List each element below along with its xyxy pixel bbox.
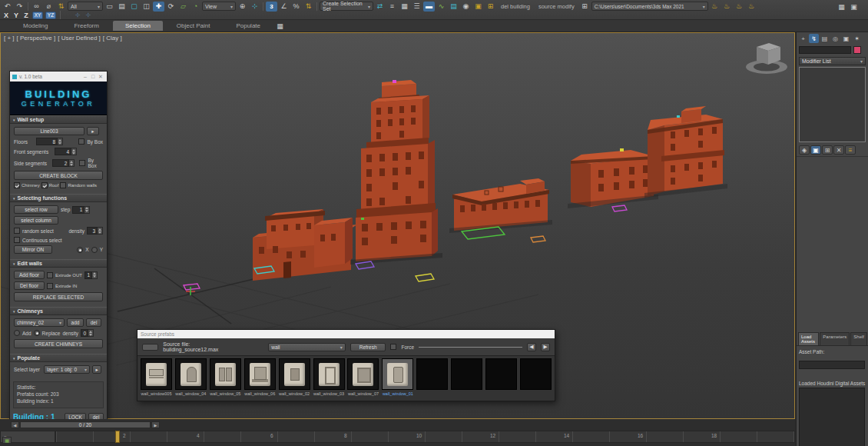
prefab-thumbnail-selected[interactable]: wall_window_01 (381, 358, 414, 398)
select-move-icon[interactable]: ✚ (153, 2, 164, 12)
scroll-right-button[interactable]: ▶ (541, 343, 550, 351)
chimney-checkbox[interactable] (14, 182, 20, 188)
tab-populate[interactable]: Populate (224, 21, 273, 31)
undo-icon[interactable]: ↶ (2, 2, 13, 12)
chimney-preset-dropdown[interactable]: chimney_02 ▾ (14, 318, 65, 327)
tab-shelf[interactable]: Shelf (850, 332, 867, 345)
remove-modifier-icon[interactable]: ✕ (833, 145, 844, 155)
frame-indicator[interactable]: 0 / 20 (20, 421, 151, 428)
tab-modeling[interactable]: Modeling (11, 21, 60, 31)
angle-snap-icon[interactable]: ∠ (278, 2, 290, 12)
building-center-low[interactable] (449, 178, 552, 233)
mirror-x-radio[interactable] (77, 247, 83, 253)
building-left[interactable] (253, 209, 357, 281)
chimney-add-button[interactable]: add (67, 318, 84, 327)
curve-editor-icon[interactable]: ∿ (436, 2, 447, 12)
tab-selection[interactable]: Selection (113, 21, 163, 31)
align-icon[interactable]: ≡ (386, 2, 398, 12)
track-prev-button[interactable]: ◀ (11, 421, 19, 428)
timeline-ruler[interactable] (55, 431, 795, 443)
close-icon[interactable]: ✕ (97, 74, 104, 80)
spline-select-button[interactable]: ▸ (87, 127, 99, 135)
transform-gizmo[interactable] (186, 287, 195, 295)
bybox-floors-checkbox[interactable] (78, 138, 84, 145)
bind-to-spacewarp-icon[interactable]: ⇅ (55, 2, 67, 12)
loaded-assets-list[interactable] (799, 388, 865, 446)
region-select-icon[interactable]: ▢ (128, 2, 140, 12)
object-name-field[interactable] (799, 46, 851, 54)
axis-x-button[interactable]: X (2, 12, 10, 19)
density-spinner[interactable]: 3 (87, 227, 103, 235)
select-object-icon[interactable]: ▭ (104, 2, 115, 12)
plane-yz-button[interactable]: YZ (45, 12, 56, 19)
scene-explorer-icon[interactable]: ☰ (411, 2, 422, 12)
project-folder-dropdown[interactable]: C:\Users\user\Documents\3ds Max 2021 ▾ (591, 2, 708, 11)
chimney-density-spinner[interactable]: 0 (81, 329, 94, 337)
rollout-selecting-functions[interactable]: ▾ Selecting functions (10, 194, 107, 202)
prefab-thumbnail[interactable]: wall_window005 (140, 358, 173, 398)
building-right-octagon[interactable] (568, 148, 658, 208)
tab-parameters[interactable]: Parameters (820, 332, 850, 345)
modify-tab-icon[interactable]: ↯ (809, 34, 819, 43)
prefab-thumbnail[interactable]: wall_window_04 (174, 358, 207, 398)
track-next-button[interactable]: ▶ (151, 421, 160, 428)
create-tab-icon[interactable]: + (798, 34, 808, 43)
prefab-type-dropdown[interactable]: wall ▾ (268, 343, 346, 351)
corner-layout-icon[interactable]: ▦ (836, 2, 847, 12)
render-last-teapot-icon[interactable]: ♨ (746, 2, 757, 12)
modifier-list-dropdown[interactable]: Modifier List ▾ (799, 57, 866, 65)
roof-checkbox[interactable] (41, 182, 48, 188)
render-preset-teapot-icon[interactable]: ♨ (734, 2, 745, 12)
viewcube[interactable] (746, 43, 787, 74)
mirror-toggle-button[interactable]: Mirror ON (14, 245, 52, 254)
axis-z-button[interactable]: Z (22, 12, 30, 19)
named-selection-set-dropdown[interactable]: Create Selection Set ▾ (320, 2, 373, 11)
motion-tab-icon[interactable]: ◎ (830, 34, 840, 43)
mirror-icon[interactable]: ⇄ (374, 2, 386, 12)
minimize-icon[interactable]: – (81, 74, 89, 79)
scale-icon[interactable]: ▱ (177, 2, 189, 12)
source-modify-button[interactable]: source modify (535, 3, 578, 10)
prefab-thumbnail[interactable]: wall_window_03 (313, 358, 346, 398)
chimney-del-button[interactable]: del (86, 318, 101, 327)
refresh-button[interactable]: Refresh (350, 343, 386, 351)
prefab-thumbnail[interactable]: wall_window_07 (347, 358, 380, 398)
prefab-slider[interactable] (419, 347, 522, 348)
del-building-button[interactable]: del building (497, 3, 534, 10)
rotate-icon[interactable]: ⟳ (165, 2, 177, 12)
viewport-menu-shading[interactable]: [ Clay ] (103, 35, 122, 42)
tab-freeform[interactable]: Freeform (61, 21, 111, 31)
hierarchy-tab-icon[interactable]: ▤ (820, 34, 830, 43)
add-floor-button[interactable]: Add floor (14, 271, 45, 279)
front-segments-spinner[interactable]: 4 (55, 148, 77, 155)
del-floor-button[interactable]: Del floor (14, 281, 45, 290)
render-setup-icon[interactable]: ▣ (472, 2, 484, 12)
axis-y-button[interactable]: Y (12, 12, 20, 19)
tab-load-assets[interactable]: Load Assets (798, 332, 819, 345)
select-row-button[interactable]: select row (14, 205, 58, 214)
dope-sheet-icon[interactable]: ▤ (448, 2, 459, 12)
create-block-button[interactable]: CREATE BLOCK (14, 171, 103, 180)
make-unique-icon[interactable]: ⊞ (822, 145, 833, 155)
asset-path-field[interactable] (799, 361, 865, 369)
isolate-toggle-icon[interactable]: ▦ (2, 437, 12, 444)
corner-maximize-icon[interactable]: ▣ (848, 2, 860, 12)
layer-pick-button[interactable]: ▸ (92, 365, 101, 374)
side-segments-spinner[interactable]: 2 (52, 159, 75, 167)
plane-xy-button[interactable]: XY (32, 12, 43, 19)
object-color-swatch[interactable] (853, 46, 861, 54)
unlink-icon[interactable]: ⌀ (43, 2, 55, 12)
material-editor-icon[interactable]: ◉ (460, 2, 472, 12)
render-iterative-teapot-icon[interactable]: ♨ (721, 2, 733, 12)
scroll-left-button[interactable]: ◀ (527, 343, 536, 351)
redo-icon[interactable]: ↷ (14, 2, 25, 12)
rendered-frame-icon[interactable]: ⊞ (485, 2, 496, 12)
chimney-replace-radio[interactable] (34, 330, 40, 336)
ribbon-config-icon[interactable]: ▦ (274, 21, 286, 31)
utilities-tab-icon[interactable]: ✶ (852, 34, 862, 43)
layer-dropdown[interactable]: layer: 1 obj: 0 ▾ (44, 365, 90, 374)
prefabs-titlebar[interactable]: Source prefabs (137, 330, 555, 338)
viewport-menu-view[interactable]: [ Perspective ] (17, 35, 56, 42)
reference-coordinate-dropdown[interactable]: View ▾ (202, 2, 236, 11)
building-tower[interactable] (350, 80, 442, 265)
